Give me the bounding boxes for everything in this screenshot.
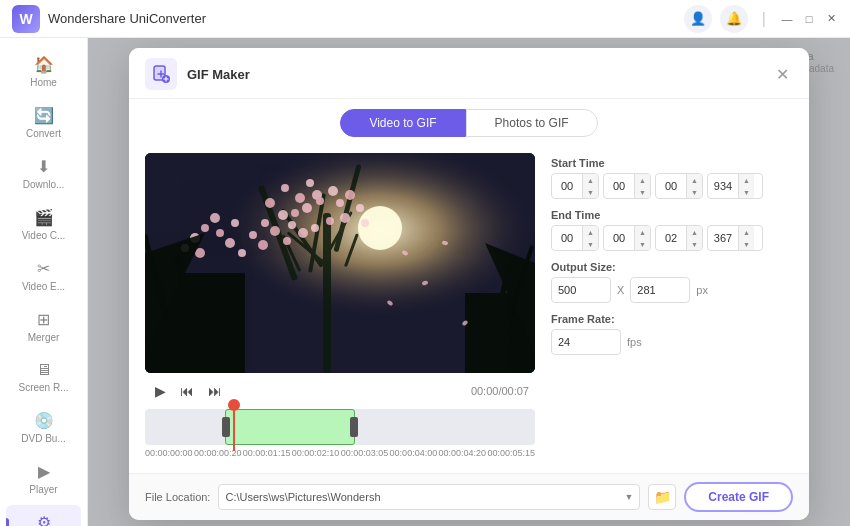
create-gif-button[interactable]: Create GIF bbox=[684, 482, 793, 512]
video-scene-svg bbox=[145, 153, 535, 373]
modal-close-button[interactable]: ✕ bbox=[771, 63, 793, 85]
ts-6: 00:00:04:20 bbox=[439, 448, 487, 458]
end-ms-up[interactable]: ▲ bbox=[739, 226, 754, 238]
sidebar-item-download[interactable]: ⬇ Downlo... bbox=[6, 149, 81, 198]
end-ms-input[interactable] bbox=[708, 232, 738, 244]
end-ms-down[interactable]: ▼ bbox=[739, 238, 754, 250]
framerate-select[interactable]: 12 24 30 60 bbox=[558, 336, 614, 348]
end-m-input[interactable] bbox=[604, 232, 634, 244]
sidebar-item-toolbox[interactable]: ⚙ Toolbox bbox=[6, 505, 81, 526]
start-time-s[interactable]: ▲ ▼ bbox=[655, 173, 703, 199]
end-h-input[interactable] bbox=[552, 232, 582, 244]
end-time-label: End Time bbox=[551, 209, 793, 221]
folder-browse-button[interactable]: 📁 bbox=[648, 484, 676, 510]
end-time-s[interactable]: ▲ ▼ bbox=[655, 225, 703, 251]
svg-point-32 bbox=[326, 217, 334, 225]
svg-point-38 bbox=[258, 240, 268, 250]
video-preview-panel: ▶ ⏮ ⏭ 00:00/00:07 bbox=[145, 153, 535, 461]
sidebar-item-screen-record[interactable]: 🖥 Screen R... bbox=[6, 353, 81, 401]
start-time-ms[interactable]: ▲ ▼ bbox=[707, 173, 763, 199]
start-ms-down[interactable]: ▼ bbox=[739, 186, 754, 198]
folder-icon: 📁 bbox=[654, 489, 671, 505]
end-m-down[interactable]: ▼ bbox=[635, 238, 650, 250]
time-display: 00:00/00:07 bbox=[471, 385, 529, 397]
file-path-box[interactable]: C:\Users\ws\Pictures\Wondersh ▼ bbox=[218, 484, 640, 510]
height-input[interactable] bbox=[637, 284, 683, 296]
main-content: data metadata bbox=[88, 38, 850, 526]
modal-tabs: Video to GIF Photos to GIF bbox=[129, 99, 809, 143]
sidebar-item-player[interactable]: ▶ Player bbox=[6, 454, 81, 503]
gif-maker-modal: GIF Maker ✕ Video to GIF Photos to GIF bbox=[129, 48, 809, 520]
start-ms-up[interactable]: ▲ bbox=[739, 174, 754, 186]
start-time-h[interactable]: ▲ ▼ bbox=[551, 173, 599, 199]
sidebar-item-merger[interactable]: ⊞ Merger bbox=[6, 302, 81, 351]
file-location-label: File Location: bbox=[145, 491, 210, 503]
timeline-area: 00:00:00:00 00:00:00:20 00:00:01:15 00:0… bbox=[145, 409, 535, 461]
tab-video-to-gif[interactable]: Video to GIF bbox=[340, 109, 465, 137]
ts-5: 00:00:04:00 bbox=[390, 448, 438, 458]
svg-point-5 bbox=[358, 206, 402, 250]
height-input-box[interactable] bbox=[630, 277, 690, 303]
video-canvas bbox=[145, 153, 535, 373]
sidebar-label-merger: Merger bbox=[28, 332, 60, 343]
timeline-playhead[interactable] bbox=[233, 403, 235, 451]
start-h-up[interactable]: ▲ bbox=[583, 174, 598, 186]
start-m-up[interactable]: ▲ bbox=[635, 174, 650, 186]
modal-add-button[interactable] bbox=[145, 58, 177, 90]
end-time-m[interactable]: ▲ ▼ bbox=[603, 225, 651, 251]
modal-title: GIF Maker bbox=[187, 67, 771, 82]
framerate-select-box[interactable]: 12 24 30 60 bbox=[551, 329, 621, 355]
start-time-label: Start Time bbox=[551, 157, 793, 169]
x-separator: X bbox=[617, 284, 624, 296]
play-button[interactable]: ▶ bbox=[151, 381, 170, 401]
start-m-down[interactable]: ▼ bbox=[635, 186, 650, 198]
width-input[interactable] bbox=[558, 284, 604, 296]
bell-icon-btn[interactable]: 🔔 bbox=[720, 5, 748, 33]
start-ms-input[interactable] bbox=[708, 180, 738, 192]
sidebar-item-video-edit[interactable]: ✂ Video E... bbox=[6, 251, 81, 300]
settings-panel: Start Time ▲ ▼ bbox=[551, 153, 793, 461]
minimize-button[interactable]: — bbox=[780, 12, 794, 26]
tab-photos-to-gif[interactable]: Photos to GIF bbox=[466, 109, 598, 137]
output-size-label: Output Size: bbox=[551, 261, 793, 273]
start-h-down[interactable]: ▼ bbox=[583, 186, 598, 198]
timeline-handle-left[interactable] bbox=[222, 417, 230, 437]
ts-4: 00:00:03:05 bbox=[341, 448, 389, 458]
end-h-down[interactable]: ▼ bbox=[583, 238, 598, 250]
svg-point-40 bbox=[225, 238, 235, 248]
sidebar-item-home[interactable]: 🏠 Home bbox=[6, 47, 81, 96]
sidebar-item-dvd[interactable]: 💿 DVD Bu... bbox=[6, 403, 81, 452]
start-h-input[interactable] bbox=[552, 180, 582, 192]
width-input-box[interactable] bbox=[551, 277, 611, 303]
sidebar: 🏠 Home 🔄 Convert ⬇ Downlo... 🎬 Video C..… bbox=[0, 38, 88, 526]
maximize-button[interactable]: □ bbox=[802, 12, 816, 26]
end-time-ms[interactable]: ▲ ▼ bbox=[707, 225, 763, 251]
end-m-up[interactable]: ▲ bbox=[635, 226, 650, 238]
timeline-selection[interactable] bbox=[225, 409, 355, 445]
start-time-m[interactable]: ▲ ▼ bbox=[603, 173, 651, 199]
end-h-up[interactable]: ▲ bbox=[583, 226, 598, 238]
sidebar-item-video-compress[interactable]: 🎬 Video C... bbox=[6, 200, 81, 249]
start-m-input[interactable] bbox=[604, 180, 634, 192]
svg-point-25 bbox=[302, 203, 312, 213]
end-time-h[interactable]: ▲ ▼ bbox=[551, 225, 599, 251]
timeline-handle-right[interactable] bbox=[350, 417, 358, 437]
sidebar-item-convert[interactable]: 🔄 Convert bbox=[6, 98, 81, 147]
prev-button[interactable]: ⏮ bbox=[176, 381, 198, 401]
start-time-group: Start Time ▲ ▼ bbox=[551, 157, 793, 199]
start-m-arrows: ▲ ▼ bbox=[634, 174, 650, 198]
sidebar-label-screen: Screen R... bbox=[18, 382, 68, 393]
end-s-down[interactable]: ▼ bbox=[687, 238, 702, 250]
timeline-track[interactable] bbox=[145, 409, 535, 445]
user-icon-btn[interactable]: 👤 bbox=[684, 5, 712, 33]
start-s-input[interactable] bbox=[656, 180, 686, 192]
start-s-up[interactable]: ▲ bbox=[687, 174, 702, 186]
end-s-input[interactable] bbox=[656, 232, 686, 244]
video-compress-icon: 🎬 bbox=[34, 208, 54, 227]
svg-point-30 bbox=[356, 204, 364, 212]
close-button[interactable]: ✕ bbox=[824, 12, 838, 26]
start-s-down[interactable]: ▼ bbox=[687, 186, 702, 198]
end-s-up[interactable]: ▲ bbox=[687, 226, 702, 238]
next-button[interactable]: ⏭ bbox=[204, 381, 226, 401]
svg-point-22 bbox=[261, 219, 269, 227]
